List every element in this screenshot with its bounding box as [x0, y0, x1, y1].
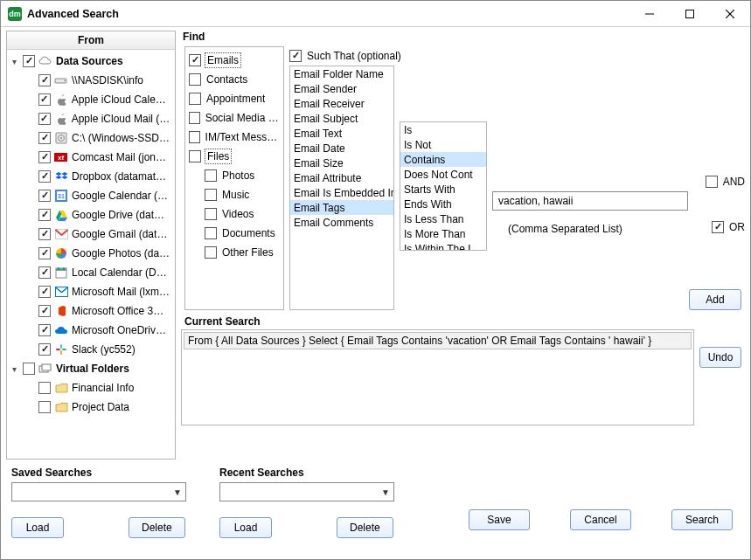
saved-searches-combo[interactable]: ▼: [11, 482, 186, 501]
attribute-option[interactable]: Email Subject: [290, 111, 393, 126]
attribute-option[interactable]: Email Comments: [290, 215, 393, 230]
attribute-option[interactable]: Email Text: [290, 126, 393, 141]
tree-source-item[interactable]: Local Calendar (D…: [9, 263, 175, 282]
checkbox[interactable]: [189, 131, 200, 143]
find-item-documents[interactable]: Documents: [189, 224, 280, 243]
attribute-option[interactable]: Email Receiver: [290, 96, 393, 111]
checkbox[interactable]: [38, 151, 51, 163]
tree-source-item[interactable]: Slack (yc552): [9, 340, 175, 359]
current-search-box[interactable]: From { All Data Sources } Select { Email…: [181, 329, 694, 425]
operator-option[interactable]: Does Not Cont: [400, 167, 486, 182]
tree-source-item[interactable]: Microsoft Mail (lxm…: [9, 282, 175, 301]
recent-load-button[interactable]: Load: [219, 517, 272, 538]
operator-list[interactable]: IsIs NotContainsDoes Not ContStarts With…: [400, 121, 487, 251]
checkbox[interactable]: [189, 93, 201, 105]
checkbox[interactable]: [38, 343, 51, 356]
tree-source-item[interactable]: \\NASDISK\info: [9, 71, 175, 90]
operator-option[interactable]: Is Not: [400, 137, 486, 152]
and-option[interactable]: AND: [706, 176, 745, 188]
find-item-videos[interactable]: Videos: [189, 204, 280, 224]
checkbox[interactable]: [205, 208, 217, 220]
checkbox[interactable]: [189, 112, 200, 124]
find-item-photos[interactable]: Photos: [189, 166, 280, 185]
recent-delete-button[interactable]: Delete: [337, 517, 393, 538]
checkbox[interactable]: [38, 228, 51, 240]
tree-source-item[interactable]: Microsoft Office 3…: [9, 301, 175, 321]
close-button[interactable]: [710, 1, 750, 26]
add-button[interactable]: Add: [689, 289, 741, 310]
such-that-checkbox[interactable]: [289, 50, 302, 62]
tree-vfolder-item[interactable]: Financial Info: [9, 378, 175, 398]
tree-source-item[interactable]: 31Google Calendar (…: [9, 186, 175, 205]
checkbox[interactable]: [38, 209, 51, 221]
checkbox[interactable]: [38, 305, 51, 317]
find-item-im[interactable]: IM/Text Messages: [189, 128, 280, 147]
checkbox[interactable]: [38, 132, 51, 144]
from-tree-scroll[interactable]: ▾ Data Sources \\NASDISK\infoApple iClou…: [7, 50, 175, 459]
checkbox[interactable]: [38, 190, 51, 202]
find-item-contacts[interactable]: Contacts: [189, 70, 280, 89]
attribute-option[interactable]: Email Attribute: [290, 170, 393, 185]
minimize-button[interactable]: [629, 1, 670, 26]
expander-icon[interactable]: ▾: [9, 364, 19, 374]
checkbox[interactable]: [706, 176, 718, 188]
operator-option[interactable]: Is Less Than: [400, 211, 486, 226]
tree-source-item[interactable]: C:\ (Windows-SSD…: [9, 128, 175, 148]
attribute-option[interactable]: Email Folder Name: [290, 66, 393, 81]
checkbox[interactable]: [38, 266, 51, 279]
attribute-option[interactable]: Email Sender: [290, 81, 393, 96]
checkbox[interactable]: [712, 221, 724, 233]
current-search-entry[interactable]: From { All Data Sources } Select { Email…: [184, 332, 692, 349]
checkbox[interactable]: [38, 170, 51, 183]
checkbox[interactable]: [205, 189, 217, 201]
tree-node-data-sources[interactable]: ▾ Data Sources: [9, 52, 175, 71]
tree-source-item[interactable]: Google Photos (da…: [9, 244, 175, 263]
checkbox[interactable]: [205, 227, 217, 239]
expander-icon[interactable]: ▾: [9, 57, 19, 66]
find-item-appointments[interactable]: Appointment: [189, 89, 280, 108]
attribute-option[interactable]: Email Is Embedded In: [290, 185, 393, 200]
checkbox[interactable]: [205, 169, 217, 182]
undo-button[interactable]: Undo: [699, 347, 741, 368]
attribute-list[interactable]: Email Folder NameEmail SenderEmail Recei…: [289, 66, 394, 310]
tree-source-item[interactable]: Apple iCloud Calen…: [9, 90, 175, 109]
or-option[interactable]: OR: [712, 221, 745, 233]
tree-source-item[interactable]: Google Drive (dat…: [9, 205, 175, 225]
maximize-button[interactable]: [670, 1, 710, 26]
attribute-option[interactable]: Email Tags: [290, 200, 393, 215]
tree-vfolder-item[interactable]: Project Data: [9, 398, 175, 417]
checkbox[interactable]: [23, 363, 35, 375]
search-button[interactable]: Search: [671, 509, 733, 530]
criteria-value-input[interactable]: [492, 191, 688, 211]
checkbox[interactable]: [38, 247, 51, 259]
find-item-social[interactable]: Social Media Post: [189, 108, 280, 128]
checkbox[interactable]: [189, 54, 201, 66]
checkbox[interactable]: [205, 246, 217, 259]
tree-source-item[interactable]: Dropbox (datamat…: [9, 167, 175, 186]
saved-load-button[interactable]: Load: [11, 517, 64, 538]
checkbox[interactable]: [38, 324, 51, 336]
find-item-emails[interactable]: Emails: [189, 51, 280, 70]
tree-node-virtual-folders[interactable]: ▾ Virtual Folders: [9, 359, 175, 378]
tree-source-item[interactable]: Microsoft OneDriv…: [9, 321, 175, 340]
tree-source-item[interactable]: Google Gmail (dat…: [9, 225, 175, 244]
saved-delete-button[interactable]: Delete: [129, 517, 185, 538]
tree-source-item[interactable]: xfComcast Mail (jon…: [9, 148, 175, 167]
operator-option[interactable]: Is: [400, 122, 486, 137]
tree-source-item[interactable]: Apple iCloud Mail (l…: [9, 109, 175, 128]
checkbox[interactable]: [189, 73, 201, 86]
checkbox[interactable]: [38, 401, 51, 413]
operator-option[interactable]: Is More Than: [400, 226, 486, 241]
operator-option[interactable]: Ends With: [400, 197, 486, 211]
operator-option[interactable]: Starts With: [400, 182, 486, 197]
recent-searches-combo[interactable]: ▼: [219, 482, 394, 501]
attribute-option[interactable]: Email Size: [290, 156, 393, 170]
checkbox[interactable]: [38, 74, 51, 86]
checkbox[interactable]: [23, 55, 35, 67]
attribute-option[interactable]: Email Date: [290, 141, 393, 156]
find-item-music[interactable]: Music: [189, 185, 280, 204]
checkbox[interactable]: [189, 150, 201, 162]
find-item-other[interactable]: Other Files: [189, 243, 280, 262]
operator-option[interactable]: Contains: [400, 152, 486, 167]
checkbox[interactable]: [38, 93, 51, 106]
